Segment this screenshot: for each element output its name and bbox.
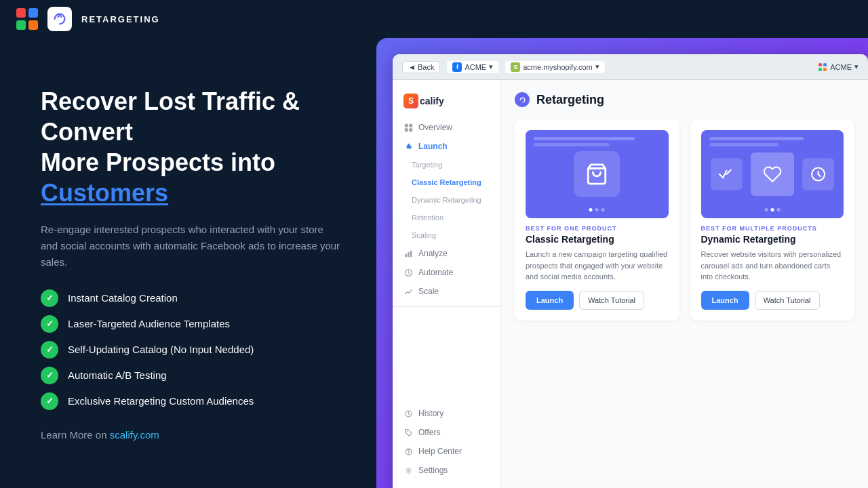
shopify-badge: S acme.myshopify.com ▾ (505, 61, 605, 73)
grid-icon (403, 123, 413, 132)
left-panel: Recover Lost Traffic & Convert More Pros… (0, 38, 376, 488)
scalify-text: calify (420, 96, 444, 106)
scalify-s-logo: S (403, 94, 418, 108)
feature-item: Automatic A/B Testing (41, 367, 342, 384)
card-actions: Launch Watch Tutorial (526, 291, 669, 310)
chart-icon (403, 249, 413, 258)
retargeting-logo-icon (47, 7, 72, 31)
svg-rect-5 (823, 63, 827, 66)
svg-rect-7 (823, 68, 827, 71)
sidebar-item-overview[interactable]: Overview (393, 118, 500, 137)
facebook-icon: f (452, 62, 462, 72)
tag-icon (403, 428, 413, 437)
carousel-preview (701, 130, 844, 218)
automate-icon (403, 268, 413, 277)
scalify-logo: S calify (393, 88, 500, 118)
sidebar-item-dynamic-retargeting[interactable]: Dynamic Retargeting (393, 191, 500, 209)
app-layout: S calify Overview Launch Targetin (393, 80, 868, 488)
sidebar-item-label: Scaling (412, 231, 436, 239)
carousel-item-main (751, 152, 794, 196)
classic-card-image (526, 130, 669, 218)
sidebar-item-classic-retargeting[interactable]: Classic Retargeting (393, 174, 500, 191)
sidebar-item-analyze[interactable]: Analyze (393, 244, 500, 263)
check-icon (41, 341, 58, 359)
sidebar-item-settings[interactable]: Settings (393, 461, 500, 480)
cards-row: BEST FOR ONE PRODUCT Classic Retargeting… (515, 119, 854, 321)
gear-icon (403, 466, 413, 475)
dynamic-retargeting-card: BEST FOR MULTIPLE PRODUCTS Dynamic Retar… (690, 119, 855, 321)
svg-rect-2 (16, 20, 26, 30)
feature-item: Laser-Targeted Audience Templates (41, 315, 342, 333)
dynamic-card-image (701, 130, 844, 218)
sidebar-item-launch[interactable]: Launch (393, 137, 500, 156)
hero-highlight: Customers (41, 179, 168, 207)
carousel-item (711, 159, 743, 190)
sidebar-item-label: Launch (418, 142, 448, 151)
sidebar-item-retention[interactable]: Retention (393, 209, 500, 226)
rocket-icon (403, 142, 413, 151)
features-list: Instant Catalog Creation Laser-Targeted … (41, 289, 342, 410)
page-header-icon (515, 92, 530, 107)
classic-retargeting-card: BEST FOR ONE PRODUCT Classic Retargeting… (515, 119, 679, 321)
card-tag: BEST FOR MULTIPLE PRODUCTS (701, 225, 844, 232)
svg-rect-0 (16, 8, 26, 18)
feature-item: Exclusive Retargeting Custom Audiences (41, 392, 342, 410)
browser-window: ◄ Back f ACME ▾ S acme.myshopify.com ▾ A… (393, 54, 868, 488)
sidebar-item-label: Automate (418, 268, 453, 277)
sidebar-item-scaling[interactable]: Scaling (393, 226, 500, 244)
card-actions: Launch Watch Tutorial (701, 291, 844, 310)
sidebar-item-targeting[interactable]: Targeting (393, 156, 500, 174)
sidebar-item-label: Help Center (418, 447, 462, 456)
sidebar-item-help-center[interactable]: Help Center (393, 442, 500, 461)
svg-rect-3 (28, 20, 38, 30)
feature-item: Self-Updating Catalog (No Input Nedded) (41, 341, 342, 359)
shopify-icon: S (511, 62, 520, 72)
svg-rect-11 (409, 128, 412, 131)
facebook-badge: f ACME ▾ (447, 61, 498, 73)
sidebar-item-scale[interactable]: Scale (393, 282, 500, 301)
sidebar-item-offers[interactable]: Offers (393, 423, 500, 442)
classic-tutorial-button[interactable]: Watch Tutorial (579, 291, 644, 310)
svg-rect-14 (410, 250, 411, 257)
carousel-item (802, 159, 834, 190)
sidebar-item-label: Offers (418, 428, 440, 437)
top-bar: RETARGETING (0, 0, 868, 38)
dynamic-tutorial-button[interactable]: Watch Tutorial (755, 291, 820, 310)
check-icon (41, 392, 58, 410)
sidebar-item-history[interactable]: History (393, 404, 500, 423)
dynamic-launch-button[interactable]: Launch (701, 291, 749, 310)
back-button[interactable]: ◄ Back (402, 61, 440, 73)
svg-rect-1 (28, 8, 38, 18)
svg-rect-13 (408, 252, 409, 257)
svg-rect-4 (818, 63, 822, 66)
help-icon (403, 447, 413, 456)
browser-bar: ◄ Back f ACME ▾ S acme.myshopify.com ▾ A… (393, 54, 868, 80)
check-icon (41, 315, 58, 333)
scale-icon (403, 287, 413, 296)
sidebar-item-label: Scale (418, 287, 439, 296)
sidebar-item-label: Classic Retargeting (412, 178, 481, 186)
acme-badge: ACME ▾ (818, 62, 859, 72)
hero-description: Re-engage interested prospects who inter… (41, 222, 342, 270)
svg-point-17 (406, 430, 408, 432)
card-tag: BEST FOR ONE PRODUCT (526, 225, 669, 232)
top-bar-title: RETARGETING (81, 14, 160, 24)
classic-launch-button[interactable]: Launch (526, 291, 574, 310)
svg-rect-9 (409, 123, 412, 127)
sidebar: S calify Overview Launch Targetin (393, 80, 501, 488)
sidebar-item-label: Analyze (418, 249, 448, 258)
learn-more: Learn More on scalify.com (41, 429, 342, 441)
svg-rect-8 (404, 123, 408, 127)
sidebar-bottom: History Offers Help Center (393, 404, 500, 480)
app-logo (16, 8, 38, 30)
dots-row (764, 208, 780, 211)
main-content: Retargeting (501, 80, 868, 488)
sidebar-item-automate[interactable]: Automate (393, 263, 500, 282)
sidebar-item-label: History (418, 409, 443, 418)
card-title: Dynamic Retargeting (701, 234, 844, 245)
card-title: Classic Retargeting (526, 234, 669, 245)
svg-rect-6 (818, 68, 822, 71)
feature-item: Instant Catalog Creation (41, 289, 342, 307)
scalify-link[interactable]: scalify.com (110, 429, 159, 441)
page-header: Retargeting (515, 92, 854, 107)
